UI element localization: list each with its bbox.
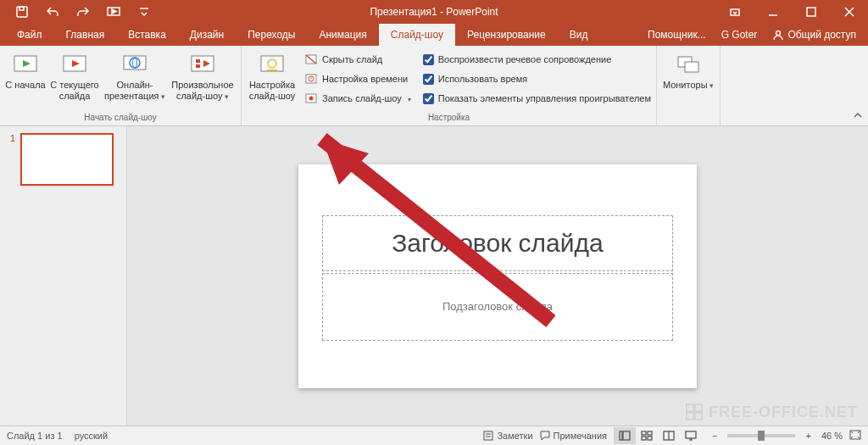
from-current-button[interactable]: С текущего слайда [49, 49, 100, 101]
svg-rect-40 [623, 431, 630, 440]
group-monitors: Мониторы [657, 46, 721, 125]
svg-rect-51 [695, 404, 702, 411]
svg-rect-0 [17, 7, 27, 17]
monitors-button[interactable]: Мониторы [662, 49, 715, 91]
zoom-out-icon[interactable]: − [709, 431, 721, 441]
slide-area[interactable]: Заголовок слайда Подзаголовок слайда [298, 164, 697, 388]
play-narrations-checkbox[interactable]: Воспроизвести речевое сопровождение [423, 51, 651, 68]
slide-counter[interactable]: Слайд 1 из 1 [7, 431, 63, 441]
tab-review[interactable]: Рецензирование [455, 24, 558, 46]
fit-to-window-icon[interactable] [849, 429, 861, 442]
minimize-icon[interactable] [754, 0, 792, 24]
svg-rect-52 [687, 413, 693, 420]
tab-view[interactable]: Вид [558, 24, 600, 46]
slide-canvas: Заголовок слайда Подзаголовок слайда [127, 126, 868, 426]
svg-point-10 [776, 31, 781, 36]
workspace: 1 Заголовок слайда Подзаголовок слайда [0, 126, 868, 426]
slide-thumbnail-1[interactable] [20, 133, 114, 186]
zoom-in-icon[interactable]: + [802, 431, 814, 441]
present-online-button[interactable]: Онлайн- презентация [103, 49, 166, 101]
ribbon: С начала С текущего слайда Онлайн- презе… [0, 46, 868, 126]
tab-slideshow[interactable]: Слайд-шоу [379, 24, 455, 46]
subtitle-placeholder[interactable]: Подзаголовок слайда [322, 273, 673, 341]
tab-transitions[interactable]: Переходы [236, 24, 307, 46]
title-bar: Презентация1 - PowerPoint [0, 0, 868, 24]
custom-slideshow-button[interactable]: Произвольное слайд-шоу [170, 49, 236, 101]
svg-rect-43 [642, 437, 646, 440]
maximize-icon[interactable] [792, 0, 830, 24]
tell-me-button[interactable]: Помощник... [637, 24, 713, 46]
svg-rect-44 [648, 437, 652, 440]
zoom-level[interactable]: 46 % [821, 431, 843, 441]
undo-icon[interactable] [37, 0, 68, 24]
collapse-ribbon-icon[interactable] [848, 46, 868, 125]
redo-icon[interactable] [68, 0, 98, 24]
tab-home[interactable]: Главная [54, 24, 117, 46]
view-buttons [614, 427, 702, 444]
show-media-controls-checkbox[interactable]: Показать элементы управления проигрывате… [423, 90, 651, 107]
group-setup: Настройка слайд-шоу Скрыть слайд Настрой… [242, 46, 657, 125]
reading-view-icon[interactable] [658, 427, 680, 444]
title-placeholder[interactable]: Заголовок слайда [322, 215, 673, 271]
svg-rect-50 [687, 404, 693, 411]
ribbon-tabs: Файл Главная Вставка Дизайн Переходы Ани… [0, 24, 868, 46]
comments-button[interactable]: Примечания [540, 431, 608, 441]
svg-rect-39 [620, 431, 622, 440]
thumbnail-number: 1 [10, 133, 15, 186]
slide-sorter-view-icon[interactable] [636, 427, 658, 444]
save-icon[interactable] [7, 0, 37, 24]
hide-slide-button[interactable]: Скрыть слайд [301, 51, 415, 68]
svg-rect-46 [686, 431, 696, 438]
normal-view-icon[interactable] [614, 427, 636, 444]
setup-slideshow-button[interactable]: Настройка слайд-шоу [247, 49, 298, 101]
tab-file[interactable]: Файл [5, 24, 54, 46]
status-bar: Слайд 1 из 1 русский Заметки Примечания … [0, 426, 868, 445]
svg-rect-1 [19, 7, 24, 10]
close-icon[interactable] [830, 0, 868, 24]
window-controls [715, 0, 868, 24]
ribbon-options-icon[interactable] [715, 0, 754, 24]
zoom-slider[interactable] [727, 434, 795, 437]
slide-thumbnails-panel: 1 [0, 126, 127, 426]
svg-rect-18 [192, 56, 214, 71]
tab-animation[interactable]: Анимация [307, 24, 378, 46]
rehearse-timings-button[interactable]: Настройка времени [301, 70, 415, 87]
tab-insert[interactable]: Вставка [116, 24, 178, 46]
svg-point-31 [309, 97, 314, 101]
svg-rect-5 [807, 8, 815, 16]
svg-rect-20 [196, 64, 200, 68]
svg-rect-33 [685, 62, 698, 72]
record-slideshow-button[interactable]: Запись слайд-шоу [301, 90, 415, 107]
slideshow-view-icon[interactable] [680, 427, 702, 444]
svg-rect-41 [642, 431, 646, 435]
from-beginning-button[interactable]: С начала [5, 49, 46, 91]
group-start-slideshow: С начала С текущего слайда Онлайн- презе… [0, 46, 242, 125]
svg-rect-19 [196, 59, 200, 63]
qat-dropdown-icon[interactable] [129, 0, 159, 24]
svg-rect-22 [261, 56, 283, 71]
notes-button[interactable]: Заметки [483, 431, 532, 441]
share-button[interactable]: Общий доступ [765, 24, 863, 46]
use-timings-checkbox[interactable]: Использовать время [423, 70, 651, 87]
user-account[interactable]: G Goter [715, 24, 765, 46]
quick-access-toolbar [0, 0, 159, 24]
start-from-beginning-icon[interactable] [98, 0, 129, 24]
svg-rect-53 [695, 413, 702, 420]
watermark: FREE-OFFICE.NET [685, 403, 858, 421]
language-indicator[interactable]: русский [75, 431, 108, 441]
svg-rect-42 [648, 431, 652, 435]
svg-rect-24 [267, 70, 277, 71]
tab-design[interactable]: Дизайн [178, 24, 236, 46]
svg-rect-36 [484, 431, 492, 440]
